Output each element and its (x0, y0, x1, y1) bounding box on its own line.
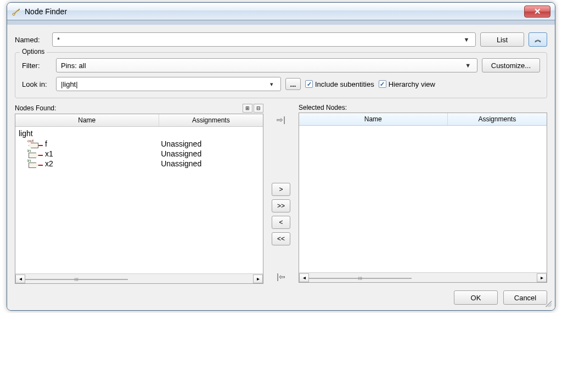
pin-in-icon: in (27, 149, 43, 158)
collapse-all-button[interactable]: ⊟ (254, 104, 263, 113)
filter-select[interactable]: Pins: all ▼ (56, 58, 477, 72)
chevron-down-icon: ▾ (266, 81, 277, 88)
transfer-buttons: ⇨| > >> < << |⇦ (269, 104, 293, 284)
col-name[interactable]: Name (15, 114, 159, 126)
selected-nodes-body (299, 126, 547, 272)
close-icon: ✕ (534, 7, 541, 16)
check-icon: ✓ (379, 80, 386, 88)
titlebar: Node Finder ✕ (7, 3, 555, 20)
selected-nodes-header: Name Assignments (299, 113, 547, 126)
copy-selected-icon[interactable]: ⇨| (274, 115, 288, 125)
svg-point-0 (13, 13, 15, 15)
horizontal-scrollbar[interactable]: ◂ III ▸ (299, 272, 547, 282)
nodes-found-panel: Nodes Found: ⊞ ⊟ Name Assignments (15, 104, 263, 284)
include-subentities-checkbox[interactable]: ✓ Include subentities (305, 80, 374, 88)
nodes-found-label: Nodes Found: (15, 104, 56, 112)
lookin-label: Look in: (22, 80, 52, 88)
window-title: Node Finder (25, 7, 67, 16)
node-name: x2 (45, 159, 53, 168)
chevron-double-up-icon: ︽ (535, 35, 542, 44)
expand-all-button[interactable]: ⊞ (243, 104, 252, 113)
horizontal-scrollbar[interactable]: ◂ III ▸ (15, 273, 263, 283)
tables-area: Nodes Found: ⊞ ⊟ Name Assignments (15, 104, 547, 284)
node-assignment: Unassigned (159, 159, 262, 168)
scroll-right-button[interactable]: ▸ (253, 275, 263, 283)
tree-row[interactable]: in x2 Unassigned (16, 159, 262, 169)
filter-label: Filter: (22, 61, 52, 70)
copy-back-icon[interactable]: |⇦ (274, 272, 288, 282)
remove-all-button[interactable]: << (272, 232, 290, 245)
nodes-found-header: Name Assignments (15, 114, 263, 127)
options-group: Options Filter: Pins: all ▼ Customize...… (15, 52, 547, 98)
close-button[interactable]: ✕ (524, 5, 550, 18)
node-finder-dialog: Node Finder ✕ Named: * ▼ List ︽ Options … (7, 2, 555, 311)
chevron-down-icon: ▼ (463, 62, 474, 69)
node-name: f (45, 139, 47, 148)
plus-icon: ⊞ (245, 105, 250, 111)
app-icon (12, 7, 21, 16)
scroll-thumb[interactable]: III (25, 279, 128, 280)
lookin-input[interactable]: |light| ▾ (56, 77, 281, 91)
scroll-left-button[interactable]: ◂ (15, 275, 25, 283)
scroll-right-button[interactable]: ▸ (537, 273, 547, 282)
dialog-body: Named: * ▼ List ︽ Options Filter: Pins: … (7, 20, 555, 310)
col-name[interactable]: Name (299, 113, 448, 125)
cancel-button[interactable]: Cancel (503, 290, 547, 305)
named-row: Named: * ▼ List ︽ (15, 32, 547, 47)
scroll-left-button[interactable]: ◂ (299, 273, 309, 282)
col-assignments[interactable]: Assignments (159, 114, 263, 126)
ellipsis-icon: ... (290, 80, 296, 88)
pin-in-icon: in (27, 159, 43, 168)
check-icon: ✓ (305, 80, 313, 88)
selected-nodes-panel: Selected Nodes: Name Assignments ◂ III ▸ (299, 104, 547, 284)
pin-out-icon: out (27, 139, 43, 148)
add-button[interactable]: > (272, 183, 290, 196)
resize-grip[interactable] (544, 299, 552, 307)
node-name: x1 (45, 149, 53, 158)
list-button[interactable]: List (480, 32, 524, 47)
dialog-buttons: OK Cancel (15, 290, 547, 305)
remove-button[interactable]: < (272, 216, 290, 229)
named-label: Named: (15, 36, 48, 44)
add-all-button[interactable]: >> (272, 199, 290, 212)
named-input[interactable]: * ▼ (52, 32, 476, 47)
lookin-row: Look in: |light| ▾ ... ✓ Include subenti… (22, 77, 540, 91)
nodes-found-table[interactable]: Name Assignments light out (15, 114, 263, 284)
selected-nodes-label: Selected Nodes: (299, 104, 347, 111)
ok-button[interactable]: OK (454, 290, 498, 305)
tree-row[interactable]: out f Unassigned (16, 139, 262, 149)
col-assignments[interactable]: Assignments (448, 113, 547, 125)
scroll-thumb[interactable]: III (309, 278, 412, 279)
node-assignment: Unassigned (159, 149, 262, 158)
nodes-found-body: light out f Unassigned (15, 127, 263, 273)
node-assignment: Unassigned (159, 139, 262, 148)
collapse-options-button[interactable]: ︽ (529, 32, 547, 47)
filter-row: Filter: Pins: all ▼ Customize... (22, 58, 540, 72)
options-legend: Options (20, 48, 47, 55)
hierarchy-view-checkbox[interactable]: ✓ Hierarchy view (379, 80, 435, 88)
customize-button[interactable]: Customize... (482, 58, 540, 72)
browse-button[interactable]: ... (285, 78, 301, 90)
chevron-down-icon: ▼ (461, 36, 472, 43)
minus-icon: ⊟ (256, 105, 261, 111)
selected-nodes-table[interactable]: Name Assignments ◂ III ▸ (299, 113, 547, 283)
tree-root-item[interactable]: light (16, 128, 262, 139)
tree-row[interactable]: in x1 Unassigned (16, 149, 262, 159)
